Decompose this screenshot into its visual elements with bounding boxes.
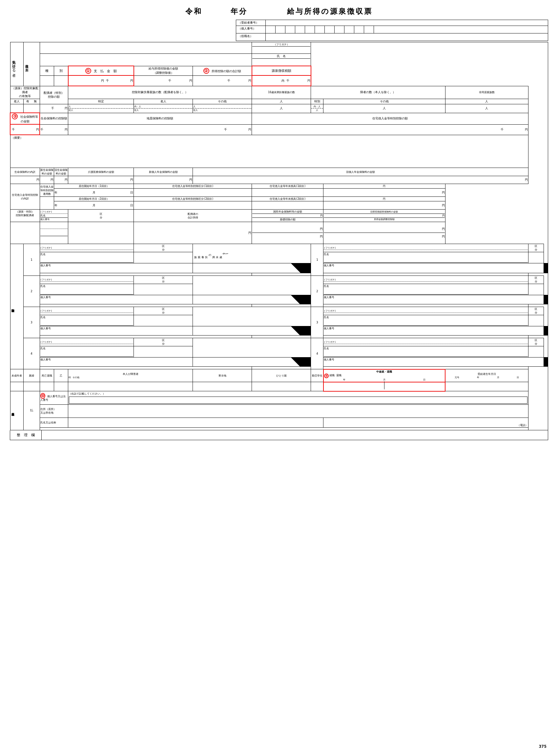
name-value[interactable]	[252, 59, 310, 65]
dep3r-16-diag	[544, 327, 548, 336]
furigana-value[interactable]	[252, 47, 310, 53]
disability-label: 本人が障害者 特 その他	[68, 369, 193, 382]
year-end1-val[interactable]	[252, 189, 324, 197]
dep2-personal-val[interactable]	[40, 299, 193, 304]
dep1-name-val[interactable]	[40, 256, 133, 263]
dep1r-div-val[interactable]	[529, 252, 544, 263]
page: 令和 年分 給与所得の源泉徴収票 （受給者番号） （個人番号）	[0, 0, 558, 756]
payer-name-val[interactable]	[68, 418, 324, 427]
dep4-personal-val[interactable]	[40, 361, 193, 366]
type-value[interactable]	[40, 75, 54, 86]
new-life-ins-val[interactable]: 円	[40, 176, 54, 184]
resign-val[interactable]	[384, 382, 445, 389]
nashi-val[interactable]	[23, 104, 40, 113]
summary-value[interactable]	[11, 141, 528, 167]
dep1r-name-row: 氏名	[324, 252, 529, 263]
national-pension-cell: 国民年金保険料等の金額 円 基礎控除の額	[252, 210, 324, 222]
cold-area-val[interactable]	[193, 382, 252, 391]
personal-num-payer-box[interactable]	[69, 396, 528, 404]
spouse-name-val2[interactable]	[40, 229, 68, 236]
dep2-num-label: 2	[23, 276, 40, 307]
you-nashi-cell: 有 無	[23, 99, 40, 104]
housing-count-val[interactable]	[40, 197, 54, 210]
dep3r-div-label: 区分	[529, 307, 544, 315]
spouse-div-val[interactable]	[68, 222, 134, 244]
death-val[interactable]	[40, 382, 54, 391]
spouse-name-val	[40, 222, 68, 244]
work-student-val[interactable]	[311, 382, 324, 391]
year-end-val2[interactable]: 円	[324, 201, 445, 210]
dep4-div-val[interactable]	[134, 346, 193, 358]
dep2-div-val[interactable]	[134, 284, 193, 295]
other-dis-val[interactable]: 人	[324, 104, 445, 113]
old-life-ins-val[interactable]: 円	[54, 176, 68, 184]
under16-val[interactable]: 人	[252, 104, 311, 113]
dep1-personal-num-row: 個人番号	[40, 263, 193, 273]
dep1r-personal-num-val[interactable]	[324, 267, 543, 272]
otsu-val[interactable]	[54, 382, 68, 391]
dep2-name-val[interactable]	[40, 288, 133, 294]
dep4r-personal-val[interactable]	[324, 361, 543, 366]
dep1-div-val[interactable]	[134, 252, 193, 263]
dep2r-div-label: 区分	[529, 276, 544, 284]
dep4r-div-val[interactable]	[529, 346, 544, 358]
dep1-personal-num-val[interactable]	[40, 267, 193, 272]
spouse-personal-num-val[interactable]	[40, 236, 68, 243]
recipient-birth-label: 受給者生年月日 元号年月日	[445, 369, 529, 382]
dep2r-personal-val[interactable]	[324, 299, 543, 304]
name-label: 氏 名	[252, 54, 310, 59]
dep3r-name-val[interactable]	[324, 319, 528, 326]
care-medical-val[interactable]: 円	[68, 176, 134, 184]
year-end-val1[interactable]: 円	[324, 189, 445, 197]
payer-address-val[interactable]	[68, 405, 529, 418]
dep4r-name-val[interactable]	[324, 350, 528, 357]
new-pension-val[interactable]: 円	[134, 176, 193, 184]
dep4r-furigana-row: (フリガナ)	[324, 338, 529, 346]
minor-val[interactable]	[10, 382, 23, 391]
old-pension-val[interactable]: 円	[193, 176, 529, 184]
payment-val[interactable]	[110, 79, 130, 82]
single-parent-val[interactable]	[252, 382, 311, 391]
dep4-16-cell	[193, 338, 311, 358]
new-life-ins-label: 新生命保険料の金額	[40, 168, 54, 176]
dep2r-div-val[interactable]	[529, 284, 544, 295]
dep2r-name-val[interactable]	[324, 288, 528, 294]
dep1r-name-val[interactable]	[324, 256, 528, 263]
circle-2: ②	[203, 68, 209, 74]
dep3-name-val[interactable]	[40, 319, 133, 326]
dep1r-personal-num-row: 個人番号	[324, 263, 544, 273]
dep3-div-val[interactable]	[134, 315, 193, 327]
spouse-furigana-val[interactable]	[40, 223, 68, 229]
non-res-val[interactable]: 人	[445, 104, 529, 113]
dep3r-personal-val[interactable]	[324, 330, 543, 335]
total-deduction-header: ② 所得控除の額の合計額	[193, 66, 252, 75]
dep4r-num-label: 4	[311, 338, 324, 369]
dep3-num-label: 3	[23, 307, 40, 338]
address-value2[interactable]	[40, 54, 252, 66]
dep3-personal-val[interactable]	[40, 330, 193, 335]
spouse-income-val[interactable]: 円	[134, 222, 252, 244]
special-spouse-val[interactable]	[10, 222, 40, 244]
dep1-16-diag	[193, 263, 311, 273]
summary-cell: （摘要）	[10, 135, 529, 168]
address-value[interactable]	[40, 42, 252, 54]
start-work-val[interactable]	[324, 382, 384, 389]
widower-val[interactable]	[23, 382, 40, 391]
life-insurance-value: 千 円	[40, 124, 68, 135]
year-end2-val[interactable]	[252, 201, 324, 210]
control2-val[interactable]	[134, 201, 252, 210]
dep1r-furigana-row: (フリガナ)	[324, 244, 529, 252]
dep4-name-val[interactable]	[40, 350, 133, 357]
disability-val[interactable]	[68, 382, 193, 391]
recipient-num-value[interactable]	[266, 20, 548, 26]
you-val[interactable]	[10, 104, 23, 113]
job-title-value[interactable]	[266, 33, 548, 41]
dep3r-div-val[interactable]	[529, 315, 544, 327]
dep2r-name-row: 氏名	[324, 284, 529, 295]
other-dep-val: 人 従人	[193, 104, 252, 113]
page-number: 375	[539, 744, 547, 749]
division-value[interactable]	[54, 75, 68, 86]
control1-val[interactable]	[134, 189, 252, 197]
life-ins-total-val: 円	[10, 176, 40, 184]
dep4r-name-row: 氏名	[324, 346, 529, 358]
